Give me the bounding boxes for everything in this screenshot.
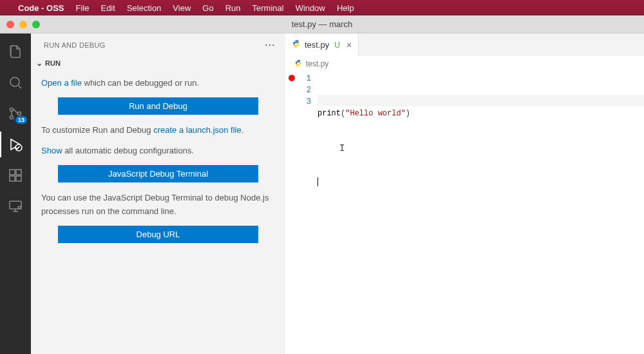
python-file-icon <box>294 59 302 68</box>
svg-point-1 <box>10 108 14 112</box>
run-debug-icon[interactable] <box>0 132 31 157</box>
traffic-lights <box>0 21 40 28</box>
panel-more-icon[interactable]: ⋯ <box>265 39 275 51</box>
svg-rect-7 <box>16 176 21 181</box>
create-launch-json-link[interactable]: create a launch.json file <box>153 125 242 135</box>
run-section-body: Open a file which can be debugged or run… <box>31 70 285 259</box>
editor-area: test.py U × test.py 1 2 3 print("Hello w… <box>285 34 644 354</box>
line-number: 1 <box>298 73 311 84</box>
minimize-window-button[interactable] <box>19 21 27 28</box>
tab-modified-indicator: U <box>334 41 340 50</box>
debug-url-button[interactable]: Debug URL <box>58 226 258 243</box>
panel-header: RUN AND DEBUG ⋯ <box>31 34 285 56</box>
menu-window[interactable]: Window <box>296 3 325 13</box>
tab-filename: test.py <box>305 40 329 50</box>
run-and-debug-button[interactable]: Run and Debug <box>58 97 258 115</box>
extensions-icon[interactable] <box>0 162 31 188</box>
tab-test-py[interactable]: test.py U × <box>285 34 359 56</box>
menu-help[interactable]: Help <box>337 3 354 13</box>
breadcrumb-file: test.py <box>306 59 328 68</box>
code-content[interactable]: print("Hello world") I <box>317 72 644 354</box>
window-title: test.py — march <box>292 19 353 29</box>
panel-title: RUN AND DEBUG <box>44 41 106 49</box>
macos-menubar: Code - OSS File Edit Selection View Go R… <box>0 0 644 15</box>
window-titlebar: test.py — march <box>0 15 644 34</box>
python-file-icon <box>292 39 301 50</box>
open-file-link[interactable]: Open a file <box>41 78 82 88</box>
show-link[interactable]: Show <box>41 146 62 155</box>
close-tab-icon[interactable]: × <box>346 40 352 50</box>
svg-point-10 <box>18 206 21 209</box>
customize-text: To customize Run and Debug create a laun… <box>41 124 275 137</box>
show-text: Show all automatic debug configurations. <box>41 144 275 157</box>
svg-point-3 <box>18 112 21 115</box>
scm-badge: 13 <box>15 116 27 124</box>
breadcrumbs[interactable]: test.py <box>285 56 644 72</box>
svg-rect-8 <box>16 170 21 175</box>
svg-rect-6 <box>10 176 15 181</box>
remote-icon[interactable] <box>0 193 31 219</box>
section-label: RUN <box>45 59 61 67</box>
explorer-icon[interactable] <box>0 39 31 64</box>
svg-point-0 <box>10 77 19 86</box>
run-section-header[interactable]: ⌄ RUN <box>31 56 285 70</box>
close-window-button[interactable] <box>6 21 14 28</box>
run-and-debug-panel: RUN AND DEBUG ⋯ ⌄ RUN Open a file which … <box>31 34 285 354</box>
menu-view[interactable]: View <box>173 3 191 13</box>
menu-run[interactable]: Run <box>225 3 241 13</box>
open-file-text: Open a file which can be debugged or run… <box>41 77 275 90</box>
chevron-down-icon: ⌄ <box>36 59 43 68</box>
js-terminal-desc: You can use the JavaScript Debug Termina… <box>41 192 275 217</box>
search-icon[interactable] <box>0 70 31 95</box>
breakpoint-gutter[interactable] <box>285 72 298 354</box>
code-editor[interactable]: 1 2 3 print("Hello world") I <box>285 72 644 354</box>
source-control-icon[interactable]: 13 <box>0 101 31 126</box>
menu-edit[interactable]: Edit <box>100 3 115 13</box>
line-number: 2 <box>298 84 311 96</box>
line-number: 3 <box>298 96 311 108</box>
menu-go[interactable]: Go <box>202 3 213 13</box>
svg-point-2 <box>10 116 14 119</box>
menu-file[interactable]: File <box>76 3 90 13</box>
svg-rect-5 <box>10 170 15 175</box>
line-numbers: 1 2 3 <box>298 72 317 354</box>
menu-terminal[interactable]: Terminal <box>252 3 284 13</box>
fullscreen-window-button[interactable] <box>32 21 40 28</box>
breakpoint-icon[interactable] <box>289 75 295 81</box>
js-debug-terminal-button[interactable]: JavaScript Debug Terminal <box>58 165 258 182</box>
editor-caret <box>317 177 318 186</box>
text-cursor-icon: I <box>339 143 345 154</box>
app-name[interactable]: Code - OSS <box>18 3 64 13</box>
editor-tabs: test.py U × <box>285 34 644 56</box>
activity-bar: 13 <box>0 34 31 354</box>
menu-selection[interactable]: Selection <box>127 3 161 13</box>
active-line-highlight <box>317 95 644 106</box>
